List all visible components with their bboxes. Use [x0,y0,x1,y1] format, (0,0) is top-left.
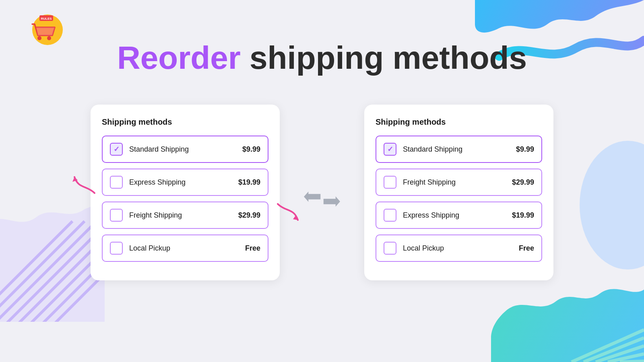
svg-point-18 [47,36,51,40]
right-checkbox-2[interactable] [384,176,396,189]
right-card-title: Shipping methods [376,117,542,127]
left-shipping-card: Shipping methods ✓ Standard Shipping $9.… [91,105,280,280]
right-item-name-2: Freight Shipping [403,178,512,187]
right-item-price-2: $29.99 [512,178,534,187]
item-price-1: $9.99 [242,145,260,154]
svg-line-1 [572,330,644,362]
checkbox-3[interactable] [110,209,123,222]
item-name-3: Freight Shipping [129,211,238,220]
svg-line-3 [596,346,644,362]
swap-arrows-icon [304,185,340,213]
right-item-3[interactable]: Express Shipping $19.99 [376,202,542,229]
right-item-2[interactable]: Freight Shipping $29.99 [376,169,542,196]
swap-arrow-container [304,185,340,213]
checkbox-1[interactable]: ✓ [110,143,123,156]
title-reorder: Reorder [117,40,241,76]
right-item-1[interactable]: ✓ Standard Shipping $9.99 [376,136,542,163]
right-shipping-card: Shipping methods ✓ Standard Shipping $9.… [364,105,553,280]
right-checkmark-1: ✓ [387,145,393,154]
right-item-price-1: $9.99 [516,145,534,154]
left-item-2[interactable]: Express Shipping $19.99 [102,169,268,196]
right-checkbox-4[interactable] [384,242,396,255]
main-content: Shipping methods ✓ Standard Shipping $9.… [0,105,644,280]
pink-arrow-down [274,200,302,228]
right-item-name-3: Express Shipping [403,211,512,220]
right-item-price-3: $19.99 [512,211,534,220]
right-item-price-4: Free [519,244,534,253]
svg-line-4 [608,354,644,362]
left-card-title: Shipping methods [102,117,268,127]
item-name-1: Standard Shipping [129,145,242,154]
checkmark-1: ✓ [114,145,120,154]
right-checkbox-3[interactable] [384,209,396,222]
item-name-4: Local Pickup [129,244,245,253]
page-title: Reorder shipping methods [0,40,644,76]
svg-line-2 [584,338,644,362]
right-checkbox-1[interactable]: ✓ [384,143,396,156]
item-price-3: $29.99 [238,211,260,220]
right-item-4[interactable]: Local Pickup Free [376,234,542,262]
item-price-4: Free [245,244,260,253]
title-rest: shipping methods [250,40,527,76]
pink-arrow-up [70,169,99,197]
svg-point-17 [37,36,41,40]
right-item-name-4: Local Pickup [403,244,519,253]
svg-text:RULES: RULES [41,17,52,21]
item-name-2: Express Shipping [129,178,238,187]
right-item-name-1: Standard Shipping [403,145,516,154]
left-item-4[interactable]: Local Pickup Free [102,234,268,262]
left-item-1[interactable]: ✓ Standard Shipping $9.99 [102,136,268,163]
checkbox-4[interactable] [110,242,123,255]
checkbox-2[interactable] [110,176,123,189]
left-item-3[interactable]: Freight Shipping $29.99 [102,202,268,229]
item-price-2: $19.99 [238,178,260,187]
